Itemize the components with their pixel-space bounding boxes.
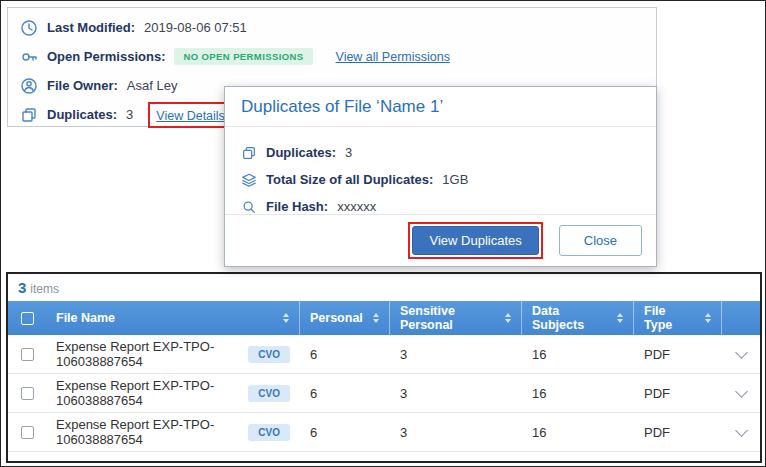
row-checkbox[interactable] bbox=[21, 348, 34, 361]
view-duplicates-highlight: View Duplicates bbox=[408, 222, 542, 259]
close-button[interactable]: Close bbox=[559, 225, 642, 256]
modal-file-hash-label: File Hash: bbox=[266, 199, 328, 214]
sort-icon[interactable] bbox=[705, 313, 711, 323]
modal-duplicates-row: Duplicates: 3 bbox=[241, 139, 640, 166]
person-icon bbox=[20, 77, 38, 95]
row-checkbox[interactable] bbox=[21, 387, 34, 400]
personal-cell: 6 bbox=[300, 335, 390, 373]
header-sensitive-personal[interactable]: Sensitive Personal bbox=[390, 301, 522, 335]
layers-icon bbox=[241, 172, 257, 188]
file-name-text: Expense Report EXP-TPO-106038887654 bbox=[56, 378, 236, 408]
file-name-cell: Expense Report EXP-TPO-106038887654 CVO bbox=[46, 374, 300, 412]
key-icon bbox=[20, 48, 38, 66]
modal-total-size-label: Total Size of all Duplicates: bbox=[266, 172, 433, 187]
items-count-label: items bbox=[30, 282, 59, 296]
row-checkbox-cell bbox=[8, 374, 46, 412]
modal-duplicates-label: Duplicates: bbox=[266, 145, 336, 160]
select-all-cell bbox=[8, 301, 46, 335]
table-header-row: File Name Personal Sensitive Personal Da… bbox=[8, 301, 760, 335]
items-count-number: 3 bbox=[18, 279, 26, 296]
header-expand-cell bbox=[722, 301, 760, 335]
personal-cell: 6 bbox=[300, 413, 390, 451]
chevron-down-icon[interactable] bbox=[735, 385, 748, 398]
table-row[interactable]: Expense Report EXP-TPO-106038887654 CVO … bbox=[8, 335, 760, 374]
modal-body: Duplicates: 3 Total Size of all Duplicat… bbox=[225, 127, 656, 224]
header-file-name[interactable]: File Name bbox=[46, 301, 300, 335]
header-file-name-label: File Name bbox=[56, 311, 115, 325]
row-checkbox-cell bbox=[8, 413, 46, 451]
modal-title: Duplicates of File ‘Name 1’ bbox=[225, 87, 656, 126]
file-type-cell: PDF bbox=[634, 335, 722, 373]
data-subjects-cell: 16 bbox=[522, 413, 634, 451]
table-row[interactable]: Expense Report EXP-TPO-106038887654 CVO … bbox=[8, 413, 760, 452]
view-all-permissions-link[interactable]: View all Permissions bbox=[336, 50, 450, 64]
modal-total-size-row: Total Size of all Duplicates: 1GB bbox=[241, 166, 640, 193]
personal-cell: 6 bbox=[300, 374, 390, 412]
sensitive-personal-cell: 3 bbox=[390, 335, 522, 373]
cvo-badge: CVO bbox=[248, 424, 290, 441]
table-row[interactable]: Expense Report EXP-TPO-106038887654 CVO … bbox=[8, 374, 760, 413]
copy-icon bbox=[20, 106, 38, 124]
modal-total-size-value: 1GB bbox=[442, 172, 468, 187]
sort-icon[interactable] bbox=[283, 313, 289, 323]
select-all-checkbox[interactable] bbox=[21, 312, 34, 325]
file-name-text: Expense Report EXP-TPO-106038887654 bbox=[56, 339, 236, 369]
view-details-highlight: View Details bbox=[148, 102, 233, 128]
sort-icon[interactable] bbox=[505, 313, 511, 323]
no-open-permissions-badge: NO OPEN PERMISSIONS bbox=[174, 48, 312, 65]
file-owner-value: Asaf Ley bbox=[127, 78, 178, 93]
row-checkbox[interactable] bbox=[21, 426, 34, 439]
last-modified-value: 2019-08-06 07:51 bbox=[144, 20, 247, 35]
sensitive-personal-cell: 3 bbox=[390, 374, 522, 412]
sensitive-personal-cell: 3 bbox=[390, 413, 522, 451]
file-name-cell: Expense Report EXP-TPO-106038887654 CVO bbox=[46, 335, 300, 373]
open-permissions-row: Open Permissions: NO OPEN PERMISSIONS Vi… bbox=[8, 42, 656, 71]
sort-icon[interactable] bbox=[373, 313, 379, 323]
file-name-text: Expense Report EXP-TPO-106038887654 bbox=[56, 417, 236, 447]
duplicates-label: Duplicates: bbox=[47, 107, 117, 122]
row-expand-cell bbox=[722, 335, 760, 373]
last-modified-label: Last Modified: bbox=[47, 20, 135, 35]
chevron-down-icon[interactable] bbox=[735, 424, 748, 437]
open-permissions-label: Open Permissions: bbox=[47, 49, 165, 64]
cvo-badge: CVO bbox=[248, 385, 290, 402]
chevron-down-icon[interactable] bbox=[735, 346, 748, 359]
results-table-panel: 3items File Name Personal Sensitive Pers… bbox=[6, 272, 762, 463]
file-name-cell: Expense Report EXP-TPO-106038887654 CVO bbox=[46, 413, 300, 451]
file-type-cell: PDF bbox=[634, 413, 722, 451]
view-details-link[interactable]: View Details bbox=[156, 109, 225, 123]
header-data-subjects-label: Data Subjects bbox=[532, 304, 607, 332]
duplicates-modal: Duplicates of File ‘Name 1’ Duplicates: … bbox=[224, 86, 657, 267]
file-owner-label: File Owner: bbox=[47, 78, 118, 93]
magnifier-icon bbox=[241, 199, 257, 215]
sort-icon[interactable] bbox=[617, 313, 623, 323]
data-subjects-cell: 16 bbox=[522, 335, 634, 373]
header-sensitive-personal-label: Sensitive Personal bbox=[400, 304, 495, 332]
modal-footer: View Duplicates Close bbox=[225, 214, 656, 266]
row-expand-cell bbox=[722, 374, 760, 412]
row-expand-cell bbox=[722, 413, 760, 451]
modal-duplicates-value: 3 bbox=[345, 145, 352, 160]
copy-icon bbox=[241, 145, 257, 161]
header-file-type-label: File Type bbox=[644, 304, 695, 332]
modal-file-hash-value: xxxxxx bbox=[337, 199, 376, 214]
header-personal-label: Personal bbox=[310, 311, 363, 325]
items-count: 3items bbox=[8, 274, 760, 301]
row-checkbox-cell bbox=[8, 335, 46, 373]
header-personal[interactable]: Personal bbox=[300, 301, 390, 335]
screenshot-root: Last Modified: 2019-08-06 07:51 Open Per… bbox=[0, 0, 766, 467]
last-modified-row: Last Modified: 2019-08-06 07:51 bbox=[8, 13, 656, 42]
view-duplicates-button[interactable]: View Duplicates bbox=[412, 226, 538, 255]
file-type-cell: PDF bbox=[634, 374, 722, 412]
header-file-type[interactable]: File Type bbox=[634, 301, 722, 335]
clock-icon bbox=[20, 19, 38, 37]
duplicates-value: 3 bbox=[126, 107, 133, 122]
cvo-badge: CVO bbox=[248, 346, 290, 363]
header-data-subjects[interactable]: Data Subjects bbox=[522, 301, 634, 335]
data-subjects-cell: 16 bbox=[522, 374, 634, 412]
